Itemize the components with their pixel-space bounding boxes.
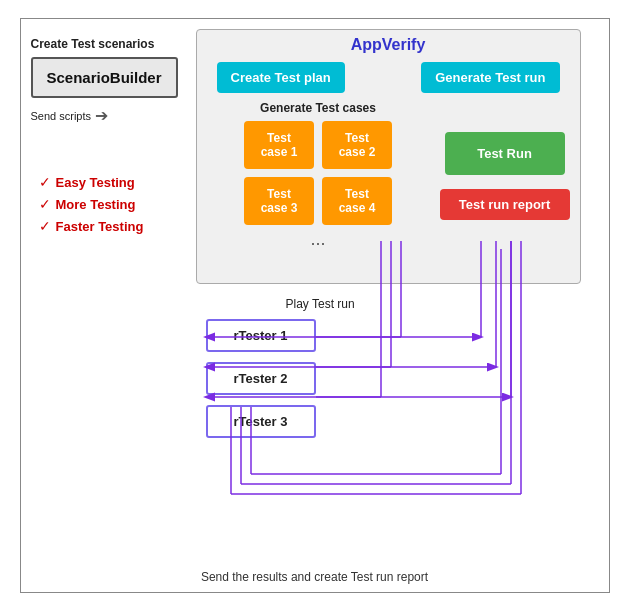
checkmark-icon-1: ✓ [39, 174, 51, 190]
test-run-button[interactable]: Test Run [445, 132, 565, 175]
check-label-3: Faster Testing [56, 219, 144, 234]
test-case-2-button[interactable]: Testcase 2 [322, 121, 392, 169]
rtester-3-row: rTester 3 [206, 405, 316, 438]
rtesters-section: rTester 1 rTester 2 rTester 3 [206, 319, 316, 448]
send-scripts-arrow-icon: ➔ [95, 106, 108, 125]
generate-test-cases-label: Generate Test cases [207, 101, 430, 115]
test-cases-grid: Testcase 1 Testcase 2 Testcase 3 Testcas… [207, 121, 430, 225]
rtester-2-box: rTester 2 [206, 362, 316, 395]
play-test-run-label: Play Test run [286, 297, 355, 311]
check-label-1: Easy Testing [56, 175, 135, 190]
create-test-plan-button[interactable]: Create Test plan [217, 62, 345, 93]
check-item-1: ✓ Easy Testing [39, 174, 144, 190]
test-case-3-button[interactable]: Testcase 3 [244, 177, 314, 225]
rtester-1-row: rTester 1 [206, 319, 316, 352]
main-diagram: AppVerify Create Test plan Generate Test… [20, 18, 610, 593]
send-scripts-row: Send scripts ➔ [31, 106, 178, 125]
scenario-builder-box: ScenarioBuilder [31, 57, 178, 98]
appverify-title: AppVerify [197, 36, 580, 54]
test-case-4-button[interactable]: Testcase 4 [322, 177, 392, 225]
right-column: Test Run Test run report [440, 101, 570, 250]
appverify-box: AppVerify Create Test plan Generate Test… [196, 29, 581, 284]
checklist: ✓ Easy Testing ✓ More Testing ✓ Faster T… [39, 174, 144, 240]
test-cases-section: Generate Test cases Testcase 1 Testcase … [207, 101, 430, 250]
bottom-results-label: Send the results and create Test run rep… [21, 570, 609, 584]
scenario-builder-section: Create Test scenarios ScenarioBuilder Se… [31, 37, 178, 125]
rtester-2-row: rTester 2 [206, 362, 316, 395]
check-item-3: ✓ Faster Testing [39, 218, 144, 234]
check-item-2: ✓ More Testing [39, 196, 144, 212]
send-scripts-label: Send scripts [31, 110, 92, 122]
check-label-2: More Testing [56, 197, 136, 212]
checkmark-icon-3: ✓ [39, 218, 51, 234]
create-test-scenarios-label: Create Test scenarios [31, 37, 178, 51]
appverify-top-row: Create Test plan Generate Test run [197, 62, 580, 93]
generate-test-run-button[interactable]: Generate Test run [421, 62, 559, 93]
more-test-cases-dots: ... [207, 229, 430, 250]
checkmark-icon-2: ✓ [39, 196, 51, 212]
rtester-3-box: rTester 3 [206, 405, 316, 438]
test-case-1-button[interactable]: Testcase 1 [244, 121, 314, 169]
test-run-report-button[interactable]: Test run report [440, 189, 570, 220]
rtester-1-box: rTester 1 [206, 319, 316, 352]
